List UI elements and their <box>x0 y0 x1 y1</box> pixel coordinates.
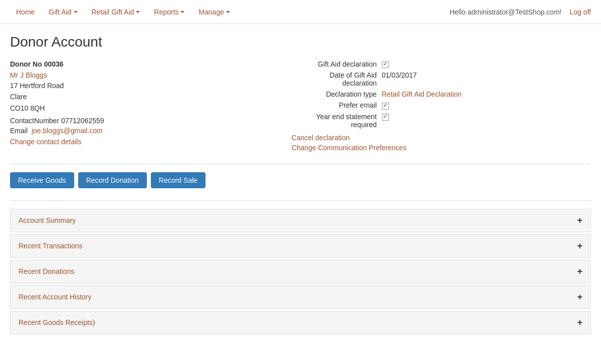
accordion-header-account-summary[interactable]: Account Summary + <box>11 209 590 232</box>
nav-gift-aid-caret <box>74 11 78 13</box>
donor-contact: ContactNumber 07712062559 <box>10 117 272 125</box>
year-end-label-line1: Year end statement <box>316 113 377 121</box>
year-end-checkbox <box>382 114 389 121</box>
cancel-declaration-link[interactable]: Cancel declaration <box>292 134 591 142</box>
section-divider <box>10 164 591 164</box>
accordion-header-recent-transactions[interactable]: Recent Transactions + <box>11 235 590 257</box>
donor-right-column: Gift Aid declaration Date of Gift Aid de… <box>292 60 591 154</box>
accordion-label-recent-transactions: Recent Transactions <box>19 242 83 250</box>
receive-goods-button[interactable]: Receive Goods <box>10 172 74 188</box>
donor-address-line2: Clare <box>10 91 272 102</box>
accordion-header-recent-account-history[interactable]: Recent Account History + <box>11 286 590 308</box>
date-gift-aid-row: Date of Gift Aid declaration 01/03/2017 <box>292 71 591 87</box>
change-comm-link[interactable]: Change Communication Preferences <box>292 144 591 152</box>
contact-number: 07712062559 <box>61 117 104 125</box>
contact-label: ContactNumber <box>10 117 59 125</box>
accordion-label-recent-goods-receipts: Recent Goods Receipts) <box>19 318 95 326</box>
nav-reports-label: Reports <box>154 8 178 16</box>
declaration-type-link[interactable]: Retail Gift Aid Declaration <box>382 90 462 98</box>
nav-manage[interactable]: Manage <box>192 0 236 24</box>
change-contact-row: Change contact details <box>10 138 272 146</box>
date-gift-aid-label: Date of Gift Aid declaration <box>292 71 382 87</box>
accordion-item-recent-donations: Recent Donations + <box>10 260 591 283</box>
donor-name: Mr J Bloggs <box>10 71 272 79</box>
accordion-item-account-summary: Account Summary + <box>10 209 591 232</box>
navbar-left: Home Gift Aid Retail Gift Aid Reports Ma… <box>10 0 450 24</box>
nav-retail-gift-aid[interactable]: Retail Gift Aid <box>86 0 146 24</box>
accordion-item-recent-account-history: Recent Account History + <box>10 285 591 309</box>
gift-aid-declaration-label: Gift Aid declaration <box>292 60 382 68</box>
declaration-type-row: Declaration type Retail Gift Aid Declara… <box>292 90 591 98</box>
accordion-label-recent-donations: Recent Donations <box>19 267 74 275</box>
date-label-line2: declaration <box>342 79 377 87</box>
year-end-label: Year end statement required <box>292 113 382 129</box>
nav-logoff[interactable]: Log off <box>569 8 591 16</box>
accordion-label-recent-account-history: Recent Account History <box>19 293 92 301</box>
accordion-label-account-summary: Account Summary <box>19 216 76 224</box>
accordion-plus-recent-account-history: + <box>577 292 582 302</box>
nav-hello-text: Hello administrator@TestShop.com! <box>450 8 562 16</box>
accordion-plus-recent-transactions: + <box>577 241 582 251</box>
main-container: Donor Account Donor No 00036 Mr J Bloggs… <box>0 24 601 356</box>
nav-retail-gift-aid-caret <box>136 11 140 13</box>
accordion: Account Summary + Recent Transactions + … <box>10 209 591 334</box>
gift-aid-declaration-row: Gift Aid declaration <box>292 60 591 68</box>
nav-reports[interactable]: Reports <box>148 0 190 24</box>
record-sale-button[interactable]: Record Sale <box>151 172 206 188</box>
nav-gift-aid-label: Gift Aid <box>49 8 71 16</box>
donor-address-line3: CO10 8QH <box>10 103 272 114</box>
email-label: Email <box>10 127 28 135</box>
nav-retail-gift-aid-label: Retail Gift Aid <box>92 8 134 16</box>
date-label-line1: Date of Gift Aid <box>329 71 376 79</box>
gift-aid-declaration-value <box>382 60 389 68</box>
prefer-email-label: Prefer email <box>292 101 382 109</box>
page-title: Donor Account <box>10 34 591 50</box>
nav-manage-label: Manage <box>198 8 224 16</box>
donor-left-column: Donor No 00036 Mr J Bloggs 17 Hertford R… <box>10 60 272 154</box>
accordion-item-recent-transactions: Recent Transactions + <box>10 234 591 258</box>
gift-aid-action-links: Cancel declaration Change Communication … <box>292 134 591 152</box>
prefer-email-value <box>382 101 389 109</box>
donor-email-link[interactable]: joe.bloggs@gmail.com <box>32 127 103 135</box>
nav-home[interactable]: Home <box>10 0 41 24</box>
year-end-value <box>382 113 389 121</box>
accordion-item-recent-goods-receipts: Recent Goods Receipts) + <box>10 311 591 334</box>
accordion-plus-recent-goods-receipts: + <box>577 317 582 328</box>
nav-manage-caret <box>226 11 230 13</box>
donor-address-line1: 17 Hertford Road <box>10 80 272 91</box>
year-end-label-line2: required <box>351 121 376 129</box>
change-contact-link[interactable]: Change contact details <box>10 138 81 146</box>
accordion-divider <box>10 200 591 201</box>
accordion-plus-account-summary: + <box>577 215 582 226</box>
nav-reports-caret <box>180 11 184 13</box>
navbar: Home Gift Aid Retail Gift Aid Reports Ma… <box>0 0 601 24</box>
date-gift-aid-value: 01/03/2017 <box>382 71 417 79</box>
year-end-row: Year end statement required <box>292 113 591 129</box>
prefer-email-row: Prefer email <box>292 101 591 109</box>
donor-email-row: Email joe.bloggs@gmail.com <box>10 127 272 135</box>
declaration-type-label: Declaration type <box>292 90 382 98</box>
prefer-email-checkbox <box>382 103 389 110</box>
donor-section: Donor No 00036 Mr J Bloggs 17 Hertford R… <box>10 60 591 154</box>
accordion-header-recent-donations[interactable]: Recent Donations + <box>11 260 590 283</box>
declaration-type-value: Retail Gift Aid Declaration <box>382 90 462 98</box>
accordion-plus-recent-donations: + <box>577 266 582 277</box>
donor-address: 17 Hertford Road Clare CO10 8QH <box>10 80 272 114</box>
record-donation-button[interactable]: Record Donation <box>78 172 147 188</box>
gift-aid-declaration-checkbox <box>382 61 389 68</box>
navbar-right: Hello administrator@TestShop.com! Log of… <box>450 8 591 16</box>
nav-gift-aid[interactable]: Gift Aid <box>43 0 83 24</box>
donor-number: Donor No 00036 <box>10 60 272 68</box>
accordion-header-recent-goods-receipts[interactable]: Recent Goods Receipts) + <box>11 311 590 334</box>
action-buttons: Receive Goods Record Donation Record Sal… <box>10 172 591 188</box>
